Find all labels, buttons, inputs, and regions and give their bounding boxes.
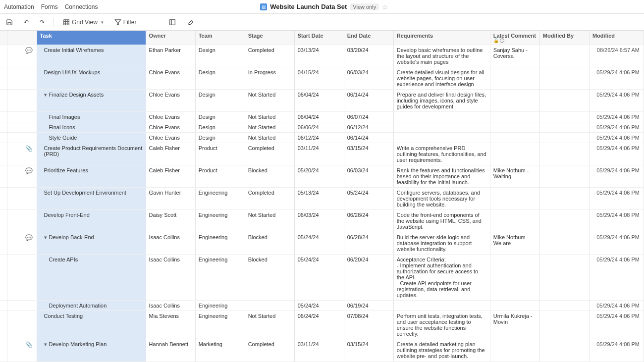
- task-cell[interactable]: Create APIs: [37, 255, 146, 301]
- team-cell[interactable]: Engineering: [195, 232, 245, 255]
- modifiedby-cell[interactable]: [539, 112, 589, 122]
- task-cell[interactable]: ▾Finalize Design Assets: [37, 90, 146, 112]
- end-date-cell[interactable]: 05/24/24: [344, 188, 393, 210]
- filter-button[interactable]: Filter: [112, 17, 139, 27]
- modifiedby-cell[interactable]: [539, 90, 589, 112]
- comment-cell[interactable]: [490, 301, 539, 311]
- team-cell[interactable]: Design: [195, 90, 245, 112]
- comment-cell[interactable]: Sanjay Sahu - Coversa: [490, 45, 539, 67]
- end-date-cell[interactable]: 06/14/24: [344, 133, 393, 143]
- requirements-cell[interactable]: Develop basic wireframes to outline the …: [393, 45, 490, 67]
- modified-cell[interactable]: 05/29/24 4:06 PM: [589, 67, 644, 90]
- end-date-cell[interactable]: 06/28/24: [344, 232, 393, 255]
- owner-cell[interactable]: Hannah Bennett: [146, 339, 195, 362]
- task-cell[interactable]: Style Guide: [37, 133, 146, 143]
- col-team-header[interactable]: Team: [195, 31, 245, 45]
- team-cell[interactable]: Engineering: [195, 311, 245, 339]
- start-date-cell[interactable]: 06/24/24: [294, 311, 344, 339]
- owner-cell[interactable]: Caleb Fisher: [146, 165, 195, 188]
- modified-cell[interactable]: 05/29/24 4:06 PM: [589, 133, 644, 143]
- requirements-cell[interactable]: Rank the features and functionalities ba…: [393, 165, 490, 188]
- start-date-cell[interactable]: 04/15/24: [294, 67, 344, 90]
- modifiedby-cell[interactable]: [539, 232, 589, 255]
- table-row[interactable]: Set Up Development EnvironmentGavin Hunt…: [0, 188, 644, 210]
- stage-cell[interactable]: Not Started: [245, 210, 294, 232]
- data-grid[interactable]: Task Owner Team Stage Start Date End Dat…: [0, 31, 644, 362]
- comment-cell[interactable]: [490, 122, 539, 133]
- end-date-cell[interactable]: 07/08/24: [344, 311, 393, 339]
- menu-forms[interactable]: Forms: [41, 3, 58, 10]
- table-row[interactable]: Deployment AutomationIsaac CollinsEngine…: [0, 301, 644, 311]
- highlight-icon[interactable]: [185, 17, 196, 27]
- modified-cell[interactable]: 05/29/24 4:06 PM: [589, 255, 644, 301]
- requirements-cell[interactable]: [393, 112, 490, 122]
- comment-cell[interactable]: [490, 67, 539, 90]
- comment-icon[interactable]: 💬: [25, 47, 33, 54]
- grid-view-button[interactable]: Grid View: [61, 17, 106, 27]
- table-row[interactable]: Final IconsChloe EvansDesignNot Started0…: [0, 122, 644, 133]
- comment-icon[interactable]: 💬: [25, 234, 33, 241]
- modified-cell[interactable]: 05/29/24 4:06 PM: [589, 90, 644, 112]
- requirements-cell[interactable]: [393, 122, 490, 133]
- modifiedby-cell[interactable]: [539, 67, 589, 90]
- modified-cell[interactable]: 05/29/24 4:06 PM: [589, 143, 644, 165]
- comment-cell[interactable]: [490, 143, 539, 165]
- end-date-cell[interactable]: 06/14/24: [344, 90, 393, 112]
- requirements-cell[interactable]: Create a detailed marketing plan outlini…: [393, 339, 490, 362]
- modifiedby-cell[interactable]: [539, 45, 589, 67]
- modified-cell[interactable]: 05/29/24 4:06 PM: [589, 301, 644, 311]
- table-row[interactable]: Develop Front-EndDaisy ScottEngineeringN…: [0, 210, 644, 232]
- modifiedby-cell[interactable]: [539, 255, 589, 301]
- owner-cell[interactable]: Caleb Fisher: [146, 143, 195, 165]
- modifiedby-cell[interactable]: [539, 165, 589, 188]
- end-date-cell[interactable]: 06/12/24: [344, 122, 393, 133]
- menu-connections[interactable]: Connections: [65, 3, 98, 10]
- layout-icon[interactable]: [167, 17, 178, 27]
- start-date-cell[interactable]: 05/13/24: [294, 188, 344, 210]
- stage-cell[interactable]: Blocked: [245, 255, 294, 301]
- stage-cell[interactable]: Not Started: [245, 112, 294, 122]
- col-modifiedby-header[interactable]: Modified By: [539, 31, 589, 45]
- team-cell[interactable]: Engineering: [195, 255, 245, 301]
- owner-cell[interactable]: Chloe Evans: [146, 112, 195, 122]
- requirements-cell[interactable]: Configure servers, databases, and develo…: [393, 188, 490, 210]
- table-row[interactable]: 💬Create Initial WireframesEthan ParkerDe…: [0, 45, 644, 67]
- table-row[interactable]: ▾Finalize Design AssetsChloe EvansDesign…: [0, 90, 644, 112]
- stage-cell[interactable]: Completed: [245, 339, 294, 362]
- owner-cell[interactable]: Chloe Evans: [146, 90, 195, 112]
- modified-cell[interactable]: 08/26/24 6:57 AM: [589, 45, 644, 67]
- comment-cell[interactable]: [490, 188, 539, 210]
- modifiedby-cell[interactable]: [539, 339, 589, 362]
- comment-cell[interactable]: Urmila Kukreja - Movin: [490, 311, 539, 339]
- task-cell[interactable]: Final Images: [37, 112, 146, 122]
- team-cell[interactable]: Product: [195, 143, 245, 165]
- comment-icon[interactable]: 💬: [25, 167, 33, 174]
- table-row[interactable]: 📎▾Develop Marketing PlanHannah BennettMa…: [0, 339, 644, 362]
- requirements-cell[interactable]: Perform unit tests, integration tests, a…: [393, 311, 490, 339]
- team-cell[interactable]: Design: [195, 133, 245, 143]
- modifiedby-cell[interactable]: [539, 311, 589, 339]
- stage-cell[interactable]: Completed: [245, 45, 294, 67]
- modified-cell[interactable]: 05/29/24 4:08 PM: [589, 339, 644, 362]
- start-date-cell[interactable]: 03/11/24: [294, 143, 344, 165]
- end-date-cell[interactable]: 06/03/24: [344, 67, 393, 90]
- start-date-cell[interactable]: 06/03/24: [294, 210, 344, 232]
- modifiedby-cell[interactable]: [539, 301, 589, 311]
- modified-cell[interactable]: 05/29/24 4:06 PM: [589, 232, 644, 255]
- modifiedby-cell[interactable]: [539, 143, 589, 165]
- requirements-cell[interactable]: Code the front-end components of the web…: [393, 210, 490, 232]
- end-date-cell[interactable]: 06/03/24: [344, 165, 393, 188]
- comment-cell[interactable]: Mike Nothum - We are: [490, 232, 539, 255]
- comment-cell[interactable]: [490, 210, 539, 232]
- comment-cell[interactable]: [490, 112, 539, 122]
- owner-cell[interactable]: Mia Stevens: [146, 311, 195, 339]
- expander-icon[interactable]: ▾: [44, 92, 49, 98]
- owner-cell[interactable]: Chloe Evans: [146, 133, 195, 143]
- save-icon[interactable]: [4, 17, 15, 27]
- stage-cell[interactable]: Not Started: [245, 90, 294, 112]
- stage-cell[interactable]: Blocked: [245, 232, 294, 255]
- end-date-cell[interactable]: 03/15/24: [344, 143, 393, 165]
- stage-cell[interactable]: Blocked: [245, 165, 294, 188]
- col-modified-header[interactable]: Modified: [589, 31, 644, 45]
- owner-cell[interactable]: Chloe Evans: [146, 67, 195, 90]
